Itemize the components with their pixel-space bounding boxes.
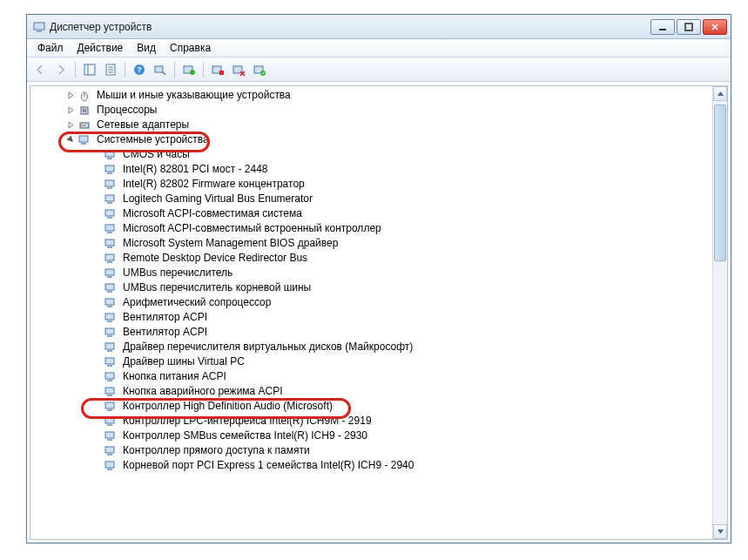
tree-node-dev-18[interactable]: Контроллер LPC-интерфейса Intel(R) ICH9M…: [30, 414, 712, 428]
tree-node-dev-1[interactable]: Intel(R) 82801 PCI мост - 2448: [30, 162, 712, 177]
svg-rect-51: [105, 314, 114, 320]
tree-node-label: Вентилятор ACPI: [121, 325, 209, 340]
svg-rect-61: [105, 388, 114, 394]
tree-node-dev-14[interactable]: Драйвер шины Virtual PC: [30, 354, 712, 369]
svg-rect-60: [107, 380, 112, 381]
tree-node-label: Контроллер прямого доступа к памяти: [121, 443, 312, 458]
menu-view[interactable]: Вид: [130, 40, 163, 56]
tree-node-dev-4[interactable]: Microsoft ACPI-совместимая система: [30, 206, 712, 221]
tree-node-dev-11[interactable]: Вентилятор ACPI: [30, 310, 712, 325]
tree-node-dev-10[interactable]: Арифметический сопроцессор: [30, 295, 712, 310]
tree-node-dev-15[interactable]: Кнопка питания ACPI: [30, 369, 712, 384]
enable-button[interactable]: [250, 60, 269, 79]
action-scan-button[interactable]: [151, 60, 170, 79]
tree-node-dev-17[interactable]: Контроллер High Definition Audio (Micros…: [30, 399, 712, 414]
svg-rect-31: [105, 165, 114, 172]
svg-rect-49: [105, 299, 114, 305]
device-icon: [104, 311, 118, 325]
tree-node-cat-1[interactable]: Процессоры: [30, 103, 712, 118]
tree-node-dev-5[interactable]: Microsoft ACPI-совместимый встроенный ко…: [30, 221, 712, 236]
minimize-button[interactable]: [650, 19, 675, 35]
disable-button[interactable]: [229, 60, 248, 79]
device-icon: [104, 296, 118, 310]
nav-forward-button[interactable]: [51, 60, 71, 79]
device-icon: [104, 252, 118, 266]
svg-rect-42: [107, 246, 112, 248]
svg-rect-69: [105, 447, 114, 453]
svg-rect-52: [107, 320, 112, 322]
tree-node-label: Remote Desktop Device Redirector Bus: [121, 251, 309, 266]
svg-rect-43: [105, 254, 114, 260]
svg-rect-12: [155, 66, 163, 72]
svg-rect-16: [219, 71, 224, 75]
expand-icon[interactable]: [65, 105, 76, 116]
menu-file[interactable]: Файл: [30, 40, 71, 56]
tree-node-label: Вентилятор ACPI: [121, 310, 209, 325]
tree-node-dev-13[interactable]: Драйвер перечислителя виртуальных дисков…: [30, 340, 712, 354]
tree-node-label: Драйвер шины Virtual PC: [121, 354, 246, 369]
device-icon: [104, 400, 118, 414]
uninstall-button[interactable]: [208, 60, 227, 79]
toolbar: ?: [27, 57, 731, 82]
tree-node-dev-9[interactable]: UMBus перечислитель корневой шины: [30, 280, 712, 295]
tree-node-label: Кнопка аварийного режима ACPI: [121, 384, 285, 399]
menu-help[interactable]: Справка: [163, 40, 218, 56]
nav-back-button[interactable]: [30, 60, 50, 79]
svg-rect-34: [107, 187, 112, 189]
tree-node-cat-2[interactable]: Сетевые адаптеры: [30, 118, 712, 132]
svg-rect-48: [107, 291, 112, 293]
menu-action[interactable]: Действие: [71, 40, 131, 56]
tree-node-dev-6[interactable]: Microsoft System Management BIOS драйвер: [30, 236, 712, 251]
maximize-button[interactable]: [677, 19, 701, 35]
tree-node-dev-7[interactable]: Remote Desktop Device Redirector Bus: [30, 251, 712, 266]
device-tree[interactable]: Мыши и иные указывающие устройстваПроцес…: [30, 86, 712, 475]
device-icon: [104, 237, 118, 251]
tree-node-label: Мыши и иные указывающие устройства: [95, 88, 293, 103]
svg-rect-44: [107, 261, 112, 263]
close-button[interactable]: [703, 19, 727, 35]
tree-node-dev-8[interactable]: UMBus перечислитель: [30, 266, 712, 280]
window-buttons: [650, 19, 727, 35]
svg-rect-0: [34, 23, 44, 30]
collapse-icon[interactable]: [65, 135, 76, 145]
tree-node-cat-0[interactable]: Мыши и иные указывающие устройства: [30, 88, 712, 103]
device-icon: [104, 281, 118, 295]
properties-button[interactable]: [101, 60, 120, 79]
show-hide-tree-button[interactable]: [80, 60, 99, 79]
tree-node-system-devices[interactable]: Системные устройства: [30, 132, 712, 147]
svg-rect-65: [105, 417, 114, 423]
tree-node-dev-20[interactable]: Контроллер прямого доступа к памяти: [30, 443, 712, 458]
tree-node-dev-2[interactable]: Intel(R) 82802 Firmware концентратор: [30, 177, 712, 192]
svg-rect-64: [107, 409, 112, 411]
svg-rect-38: [107, 217, 112, 219]
scroll-up-button[interactable]: [713, 86, 727, 101]
update-driver-button[interactable]: [179, 60, 199, 79]
scroll-track[interactable]: [713, 101, 727, 524]
tree-node-dev-12[interactable]: Вентилятор ACPI: [30, 325, 712, 340]
vertical-scrollbar[interactable]: [712, 86, 727, 539]
svg-rect-57: [105, 358, 114, 364]
expand-icon[interactable]: [65, 91, 76, 101]
tree-node-label: Microsoft System Management BIOS драйвер: [121, 236, 340, 251]
tree-node-dev-21[interactable]: Корневой порт PCI Express 1 семейства In…: [30, 458, 712, 473]
svg-rect-33: [105, 180, 114, 186]
expand-icon[interactable]: [65, 120, 76, 131]
tree-node-dev-0[interactable]: CMOS и часы: [30, 147, 712, 162]
device-tree-pane: Мыши и иные указывающие устройстваПроцес…: [30, 85, 728, 540]
svg-rect-53: [105, 328, 114, 334]
help-button[interactable]: ?: [130, 60, 149, 79]
scroll-down-button[interactable]: [713, 524, 727, 539]
tree-node-dev-3[interactable]: Logitech Gaming Virtual Bus Enumerator: [30, 192, 712, 206]
svg-rect-55: [105, 343, 114, 349]
svg-rect-62: [107, 395, 112, 396]
device-icon: [104, 459, 118, 473]
tree-node-dev-16[interactable]: Кнопка аварийного режима ACPI: [30, 384, 712, 399]
scroll-thumb[interactable]: [714, 105, 726, 261]
svg-rect-46: [107, 276, 112, 278]
svg-rect-29: [105, 151, 114, 157]
device-icon: [104, 326, 118, 340]
tree-node-dev-19[interactable]: Контроллер SMBus семейства Intel(R) ICH9…: [30, 428, 712, 443]
device-icon: [104, 370, 118, 384]
svg-rect-59: [105, 373, 114, 379]
tree-node-label: Microsoft ACPI-совместимый встроенный ко…: [121, 221, 383, 236]
